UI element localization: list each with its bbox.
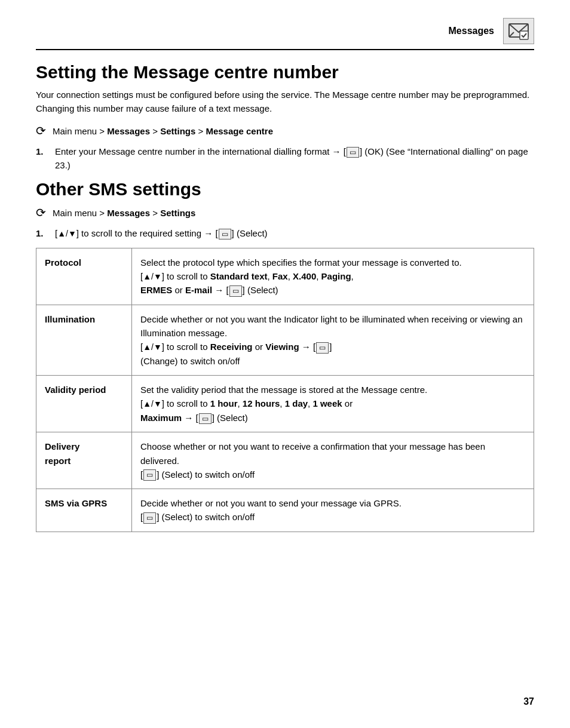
table-row: Protocol Select the protocol type which … — [36, 248, 534, 305]
section1-step1: 1. Enter your Message centre number in t… — [36, 145, 534, 172]
svg-rect-3 — [520, 31, 528, 39]
table-row: Illumination Decide whether or not you w… — [36, 305, 534, 375]
s2-step1-content: [▲/▼] to scroll to the required setting … — [55, 227, 534, 241]
section1-body: Your connection settings must be configu… — [36, 88, 534, 115]
sms-gprs-desc: Decide whether or not you want to send y… — [132, 489, 534, 532]
protocol-label: Protocol — [36, 248, 132, 305]
section2-step1: 1. [▲/▼] to scroll to the required setti… — [36, 227, 534, 241]
illumination-label: Illumination — [36, 305, 132, 375]
section2-menu-path-text: Main menu > Messages > Settings — [53, 208, 195, 218]
section1-title: Setting the Message centre number — [36, 62, 534, 82]
sms-gprs-label: SMS via GPRS — [36, 489, 132, 532]
section2-title: Other SMS settings — [36, 179, 534, 199]
menu-arrow-icon2: ⟳ — [36, 205, 46, 220]
menu-arrow-icon: ⟳ — [36, 124, 46, 138]
table-row: Validity period Set the validity period … — [36, 376, 534, 432]
validity-label: Validity period — [36, 376, 132, 432]
messages-icon — [503, 18, 534, 44]
section1-menu-path-text: Main menu > Messages > Settings > Messag… — [53, 126, 273, 136]
illumination-desc: Decide whether or not you want the Indic… — [132, 305, 534, 375]
settings-table: Protocol Select the protocol type which … — [36, 248, 534, 532]
page-wrapper: Messages Setting the Message centre numb… — [0, 0, 570, 728]
table-row: SMS via GPRS Decide whether or not you w… — [36, 489, 534, 532]
page-header: Messages — [36, 18, 534, 50]
header-title: Messages — [449, 26, 495, 36]
page-number: 37 — [523, 696, 534, 707]
delivery-desc: Choose whether or not you want to receiv… — [132, 432, 534, 489]
section2-menu-path: ⟳ Main menu > Messages > Settings — [36, 205, 534, 220]
step1-number: 1. — [36, 145, 55, 159]
protocol-desc: Select the protocol type which specifies… — [132, 248, 534, 305]
table-row: Deliveryreport Choose whether or not you… — [36, 432, 534, 489]
s2-step1-number: 1. — [36, 227, 55, 241]
svg-line-1 — [509, 32, 514, 37]
section1-menu-path: ⟳ Main menu > Messages > Settings > Mess… — [36, 124, 534, 138]
validity-desc: Set the validity period that the message… — [132, 376, 534, 432]
delivery-label: Deliveryreport — [36, 432, 132, 489]
step1-content: Enter your Message centre number in the … — [55, 145, 534, 172]
